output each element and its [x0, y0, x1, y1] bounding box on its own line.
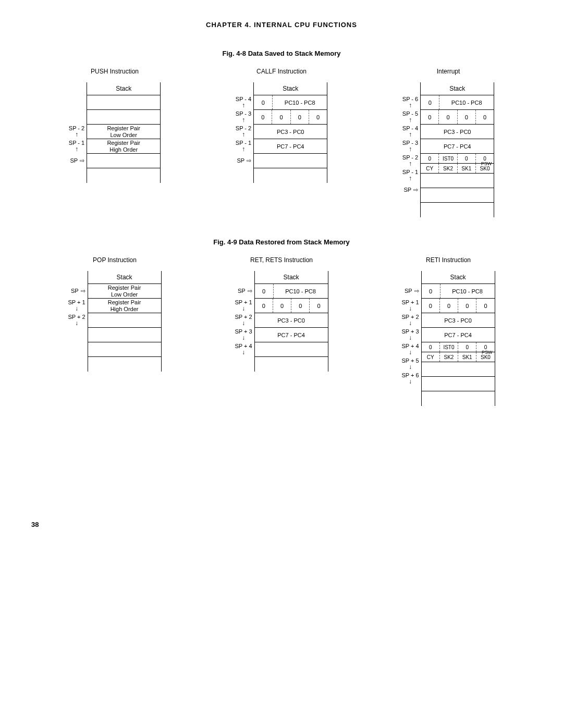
stack-cell — [254, 168, 327, 183]
arrow-up-icon — [75, 131, 78, 138]
stack-header: Stack — [88, 271, 161, 284]
sp-label: SP - 1 — [69, 139, 84, 153]
stack-cell: PC3 - PC0 — [254, 125, 327, 139]
page-number: 38 — [31, 521, 532, 528]
arrow-up-icon — [409, 102, 412, 108]
pop-figure: POP InstructionSPSP + 1SP + 2StackRegist… — [68, 256, 161, 372]
sp-label: SP + 1 — [68, 298, 85, 313]
stack-cell — [422, 377, 495, 391]
sp-label: SP - 1 — [236, 139, 251, 153]
figure-4-9-row: POP InstructionSPSP + 1SP + 2StackRegist… — [31, 256, 532, 406]
arrow-right-icon — [80, 288, 85, 294]
sp-label: SP + 2 — [401, 313, 419, 327]
arrow-up-icon — [242, 117, 245, 123]
stack-cell — [254, 154, 327, 168]
arrow-right-icon — [246, 158, 251, 164]
stack-cell: Register PairHigh Order — [88, 299, 161, 313]
sp-label: SP — [237, 153, 252, 168]
interrupt-figure: InterruptSP - 6SP - 5SP - 4SP - 3SP - 2S… — [402, 68, 494, 217]
stack-cell — [87, 95, 160, 110]
callf-figure: CALLF InstructionSP - 4SP - 3SP - 2SP - … — [236, 68, 327, 183]
stack-cell: Register PairLow Order — [87, 125, 160, 139]
stack-cell: 0000 — [254, 110, 327, 125]
stack-cell — [88, 342, 161, 357]
arrow-up-icon — [409, 175, 412, 181]
arrow-right-icon — [412, 187, 418, 193]
sp-label: SP + 2 — [68, 313, 85, 327]
stack-cell — [255, 342, 328, 357]
stack-cell: 0000 — [421, 110, 494, 125]
arrow-down-icon — [242, 320, 245, 326]
figure-4-8-row: PUSH InstructionSP - 2SP - 1SPStackRegis… — [31, 68, 532, 217]
stack-cell: 0IST000CYSK2SK1SK0PSW — [421, 154, 494, 174]
reti-title: RETI Instruction — [426, 256, 471, 264]
sp-label: SP - 6 — [402, 95, 418, 109]
sp-label: SP — [238, 283, 252, 298]
sp-label: SP - 4 — [402, 124, 418, 139]
stack-cell — [421, 174, 494, 188]
stack-cell: PC3 - PC0 — [422, 313, 495, 328]
arrow-down-icon — [242, 335, 245, 341]
arrow-right-icon — [79, 158, 84, 164]
arrow-up-icon — [409, 117, 412, 123]
sp-label: SP - 1 — [402, 168, 418, 182]
stack-cell: 0000 — [422, 299, 495, 313]
push-figure: PUSH InstructionSP - 2SP - 1SPStackRegis… — [69, 68, 161, 183]
sp-label: SP — [405, 283, 419, 298]
stack-cell: 0PC10 - PC8 — [421, 95, 494, 110]
arrow-up-icon — [242, 131, 245, 138]
ret-figure: RET, RETS InstructionSPSP + 1SP + 2SP + … — [235, 256, 328, 372]
stack-cell — [87, 110, 160, 125]
arrow-up-icon — [75, 146, 78, 152]
sp-label: SP + 5 — [401, 356, 419, 371]
sp-label: SP + 2 — [235, 313, 252, 327]
arrow-down-icon — [409, 349, 412, 355]
push-title: PUSH Instruction — [91, 68, 139, 75]
stack-cell: PC3 - PC0 — [421, 125, 494, 139]
arrow-up-icon — [242, 102, 245, 108]
sp-label: SP - 2 — [69, 124, 84, 139]
stack-cell — [422, 362, 495, 377]
stack-cell: PC7 - PC4 — [421, 139, 494, 154]
sp-label: SP - 3 — [402, 139, 418, 153]
sp-label: SP + 3 — [235, 327, 252, 342]
stack-cell — [87, 168, 160, 183]
stack-header: Stack — [421, 82, 494, 95]
sp-label: SP - 5 — [402, 109, 418, 124]
sp-label: SP + 1 — [235, 298, 252, 313]
stack-cell: PC3 - PC0 — [255, 313, 328, 328]
interrupt-title: Interrupt — [437, 68, 460, 75]
arrow-down-icon — [409, 378, 412, 385]
stack-cell: 0PC10 - PC8 — [254, 95, 327, 110]
arrow-down-icon — [242, 305, 245, 312]
sp-label: SP - 2 — [402, 153, 418, 168]
stack-cell: PC7 - PC4 — [254, 139, 327, 154]
stack-header: Stack — [87, 82, 160, 95]
arrow-down-icon — [409, 320, 412, 326]
stack-cell: 0PC10 - PC8 — [255, 284, 328, 299]
arrow-right-icon — [247, 288, 252, 294]
stack-cell: PC7 - PC4 — [255, 328, 328, 342]
arrow-up-icon — [409, 146, 412, 152]
arrow-down-icon — [242, 349, 245, 355]
stack-cell: 0PC10 - PC8 — [422, 284, 495, 299]
pop-title: POP Instruction — [93, 256, 137, 264]
sp-label: SP + 4 — [235, 342, 252, 356]
sp-label: SP + 1 — [401, 298, 419, 313]
arrow-up-icon — [242, 146, 245, 152]
arrow-down-icon — [409, 305, 412, 312]
stack-header: Stack — [254, 82, 327, 95]
stack-cell — [87, 154, 160, 168]
stack-cell — [421, 188, 494, 203]
arrow-up-icon — [409, 161, 412, 167]
arrow-right-icon — [413, 288, 419, 294]
page-header: CHAPTER 4. INTERNAL CPU FUNCTIONS — [31, 21, 532, 29]
stack-cell: PC7 - PC4 — [422, 328, 495, 342]
sp-label: SP - 4 — [236, 95, 251, 109]
ret-title: RET, RETS Instruction — [250, 256, 313, 264]
stack-cell — [422, 391, 495, 406]
figure-4-8-title: Fig. 4-8 Data Saved to Stack Memory — [31, 50, 532, 57]
stack-cell — [88, 357, 161, 372]
figure-4-9-title: Fig. 4-9 Data Restored from Stack Memory — [31, 238, 532, 246]
callf-title: CALLF Instruction — [256, 68, 307, 75]
